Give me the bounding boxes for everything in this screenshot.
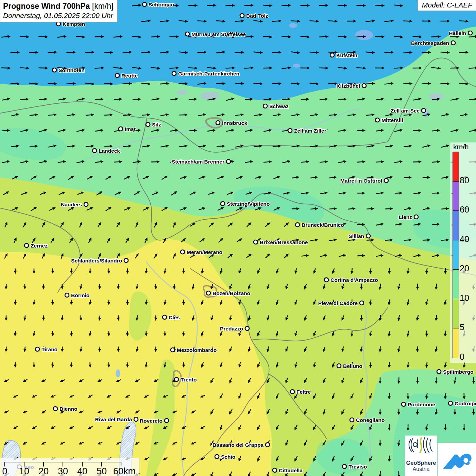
- wind-forecast-map: SchongauBad TölzKemptenMurnau am Staffel…: [0, 0, 476, 476]
- scalebar-label: 60km: [113, 466, 136, 476]
- model-label: Modell: C-LAEF: [418, 0, 476, 11]
- city-schlanders-silandro: Schlanders/Silandro: [71, 258, 128, 264]
- city-steinach-am-brenner: Steinach am Brenner: [172, 159, 231, 165]
- legend-seg-20: [453, 240, 459, 270]
- city-marker-icon: [174, 377, 178, 381]
- legend-num-0: 0: [460, 353, 464, 361]
- city-label: Steinach am Brenner: [172, 159, 224, 165]
- map-title-unit: [km/h]: [90, 2, 113, 11]
- city-label: Imst: [125, 126, 136, 132]
- city-berchtesgaden: Berchtesgaden: [411, 40, 455, 46]
- city-reutte: Reutte: [115, 73, 138, 79]
- city-label: Cittadella: [279, 468, 303, 473]
- legend-num-20: 20: [460, 264, 469, 273]
- city-marker-icon: [119, 127, 123, 131]
- geosphere-logo-text: GeoSphere: [405, 460, 437, 466]
- city-marker-icon: [216, 121, 220, 125]
- city-marker-icon: [124, 258, 128, 262]
- city-marker-icon: [52, 68, 56, 72]
- city-marker-icon: [84, 202, 88, 206]
- city-label: Murnau am Staffelsee: [191, 31, 246, 37]
- city-marker-icon: [215, 455, 219, 459]
- city-marker-icon: [384, 178, 388, 183]
- city-marker-icon: [468, 31, 472, 35]
- city-label: Belluno: [343, 363, 362, 369]
- city-label: Treviso: [348, 464, 367, 470]
- city-label: Meran/Merano: [187, 249, 222, 255]
- city-imst: Imst: [119, 126, 136, 132]
- city-label: Codroipo: [455, 401, 476, 406]
- title-box: Prognose Wind 700hPa [km/h] Donnerstag, …: [0, 0, 118, 22]
- city-marker-icon: [342, 464, 346, 469]
- city-riva-del-garda: Riva del Garda: [95, 417, 138, 422]
- city-bassano-del-grappa: Bassano del Grappa: [213, 442, 270, 448]
- scalebar-label: 50: [97, 466, 107, 476]
- city-marker-icon: [366, 234, 370, 238]
- city-marker-icon: [163, 315, 167, 319]
- city-marker-icon: [24, 243, 29, 248]
- map-scale-bar: 0102030405060km: [0, 458, 139, 476]
- city-marker-icon: [324, 278, 328, 282]
- legend-title: km/h: [453, 143, 469, 151]
- map-title: Prognose Wind 700hPa [km/h]: [3, 2, 113, 11]
- city-bozen-bolzano: Bozen/Bolzano: [206, 290, 250, 296]
- city-marker-icon: [165, 419, 169, 423]
- city-schio: Schio: [215, 454, 235, 460]
- city-label: Hallein: [449, 30, 466, 36]
- city-murnau-am-staffelsee: Murnau am Staffelsee: [185, 31, 246, 37]
- city-label: Bozen/Bolzano: [213, 290, 250, 296]
- lake-caldonazzo: [116, 370, 120, 377]
- city-marker-icon: [181, 250, 185, 254]
- geosphere-logo-subtext: Austria: [405, 466, 437, 472]
- scalebar-label: 20: [38, 466, 49, 476]
- legend-num-10: 10: [460, 294, 469, 302]
- map-subtitle: Donnerstag, 01.05.2025 22:00 Uhr: [3, 12, 113, 20]
- city-label: Kufstein: [336, 52, 357, 58]
- city-matrei-in-osttirol: Matrei in Osttirol: [340, 178, 388, 184]
- legend-num-5: 5: [460, 323, 464, 332]
- city-lienz: Lienz: [398, 214, 418, 220]
- city-marker-icon: [437, 370, 441, 374]
- city-marker-icon: [35, 347, 39, 351]
- city-feltre: Feltre: [290, 389, 311, 395]
- city-label: Reutte: [121, 73, 138, 79]
- city-bruneck-brunico: Bruneck/Brunico: [295, 222, 344, 228]
- city-meran-merano: Meran/Merano: [181, 249, 222, 255]
- city-marker-icon: [226, 159, 231, 164]
- city-label: Bad Tölz: [246, 13, 268, 19]
- legend-seg-5: [453, 299, 459, 329]
- city-tirano: Tirano: [35, 346, 57, 352]
- legend-seg-60: [453, 182, 459, 211]
- city-marker-icon: [290, 390, 294, 394]
- city-marker-icon: [171, 348, 175, 352]
- city-pieve-di-cadore: Pieve di Cadore: [318, 300, 364, 306]
- scalebar-label: 30: [58, 466, 68, 476]
- city-marker-icon: [65, 293, 69, 297]
- city-marker-icon: [240, 14, 244, 18]
- city-marker-icon: [350, 418, 354, 422]
- city-marker-icon: [115, 73, 119, 78]
- city-cles: Cles: [163, 314, 180, 320]
- city-marker-icon: [451, 41, 455, 45]
- city-label: Brixen/Bressanone: [260, 239, 308, 245]
- city-marker-icon: [362, 84, 366, 88]
- city-marker-icon: [245, 326, 249, 330]
- city-marker-icon: [360, 301, 364, 305]
- city-label: Predazzo: [220, 326, 243, 332]
- city-label: Zell am See: [391, 108, 420, 114]
- city-label: Innsbruck: [222, 120, 247, 126]
- geosphere-logo-icon: [406, 436, 437, 458]
- scalebar-label: 10: [19, 466, 29, 476]
- city-marker-icon: [146, 122, 150, 126]
- city-marker-icon: [266, 443, 270, 447]
- scalebar-label: 0: [2, 466, 7, 476]
- legend-seg-80: [453, 152, 459, 182]
- city-zernez: Zernez: [24, 243, 48, 249]
- city-label: Rovereto: [140, 418, 163, 424]
- city-marker-icon: [273, 468, 277, 472]
- city-marker-icon: [288, 129, 292, 133]
- legend-num-80: 80: [460, 176, 469, 185]
- city-label: Zell am Ziller: [294, 128, 326, 134]
- city-label: Sterzing/Vipiteno: [227, 201, 270, 207]
- city-label: Mezzolombardo: [177, 347, 217, 353]
